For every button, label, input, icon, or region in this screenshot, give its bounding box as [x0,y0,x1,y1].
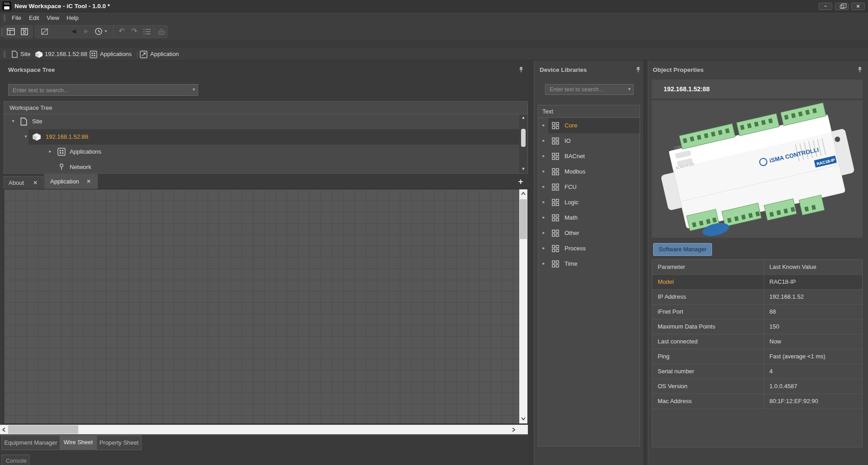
column-divider [764,349,764,364]
tree-row-applications[interactable]: ▸ Applications [4,145,527,160]
breadcrumb-applications[interactable]: Applications [100,48,132,61]
new-workspace-icon [7,28,15,35]
tab-equipment-manager[interactable]: Equipment Manager [1,435,60,450]
table-row-max-data-points[interactable]: Maximum Data Points 150 [652,319,862,334]
expander-closed-icon[interactable]: ▸ [541,245,546,250]
library-row-logic[interactable]: ▸ Logic [538,195,640,210]
scroll-right-icon[interactable] [512,427,515,432]
expander-closed-icon[interactable]: ▸ [541,169,546,174]
restore-button[interactable] [835,3,849,10]
canvas-vertical-scrollbar[interactable] [519,189,527,423]
library-row-io[interactable]: ▸ IO [538,133,640,149]
software-manager-button[interactable]: Software Manager [653,243,712,256]
tab-property-sheet[interactable]: Property Sheet [96,435,142,450]
library-row-fcu[interactable]: ▸ FCU [538,179,640,195]
canvas-horizontal-scrollbar[interactable] [0,425,528,434]
pin-icon[interactable] [518,66,524,73]
expander-closed-icon[interactable]: ▸ [541,230,546,235]
libraries-column-header[interactable]: Text [538,105,640,118]
table-row-ip-address[interactable]: IP Address 192.168.1.52 [652,290,862,305]
scroll-down-icon[interactable] [521,417,526,420]
scroll-down-icon[interactable]: ▼ [519,167,527,171]
scrollbar-thumb[interactable] [8,425,78,434]
tree-row-site[interactable]: ▾ Site [4,114,527,129]
library-label: IO [564,137,571,144]
scrollbar-thumb[interactable] [520,199,527,239]
tree-scrollbar[interactable]: ▲ ▼ [519,114,527,173]
close-tab-icon[interactable]: × [33,179,38,186]
edit-sheet-button[interactable] [39,26,51,37]
workspace-tree-column-header[interactable]: Workspace Tree [4,102,527,114]
library-row-math[interactable]: ▸ Math [538,210,640,225]
breadcrumb-separator [137,51,138,57]
tab-about[interactable]: About × [4,176,43,189]
table-row-last-connected[interactable]: Last connected Now [652,334,862,349]
expander-closed-icon[interactable]: ▸ [541,199,546,204]
breadcrumb-site[interactable]: Site [20,48,30,61]
chevron-down-icon[interactable]: ▾ [193,87,195,92]
expander-closed-icon[interactable]: ▸ [47,149,53,154]
library-row-time[interactable]: ▸ Time [538,256,640,272]
scroll-left-icon[interactable] [2,427,5,432]
library-row-process[interactable]: ▸ Process [538,241,640,256]
save-workspace-button[interactable] [19,26,30,37]
table-row-serial-number[interactable]: Serial number 4 [652,364,862,379]
new-workspace-button[interactable] [5,26,17,37]
tab-console[interactable]: Console [1,455,29,465]
menu-edit[interactable]: Edit [24,12,43,24]
pin-icon[interactable] [857,66,863,73]
device-libraries-search-input[interactable] [545,85,633,94]
app-window: TOOL New Workspace - iC Tool - 1.0.0 * –… [0,0,868,465]
expander-open-icon[interactable]: ▾ [10,118,16,123]
back-button[interactable]: ◀ [68,26,80,37]
close-tab-icon[interactable]: × [86,178,91,184]
scroll-up-icon[interactable] [521,192,526,195]
menu-file[interactable]: File [7,12,26,24]
library-row-bacnet[interactable]: ▸ BACnet [538,149,640,164]
wire-sheet-canvas[interactable] [4,189,528,424]
breadcrumb-application[interactable]: Application [150,48,179,61]
expander-open-icon[interactable]: ▾ [23,134,28,139]
expander-closed-icon[interactable]: ▸ [541,138,546,143]
redo-button[interactable]: ↷ [128,26,140,37]
param-label: Ping [658,353,669,360]
device-libraries-search[interactable]: ▾ [545,84,634,95]
table-row-mac-address[interactable]: Mac Address 80:1F:12:EF:92:90 [652,394,862,409]
menu-view[interactable]: View [42,12,64,24]
tab-application[interactable]: Application × [44,174,98,189]
history-button[interactable] [93,26,109,37]
device-button[interactable] [156,26,167,37]
library-row-modbus[interactable]: ▸ Modbus [538,164,640,179]
tab-wire-sheet[interactable]: Wire Sheet [60,435,96,450]
expander-closed-icon[interactable]: ▸ [541,184,546,189]
scrollbar-thumb[interactable] [521,129,526,147]
tree-row-device[interactable]: ▾ 192.168.1.52:88 [4,129,527,145]
undo-button[interactable]: ↶ [116,26,128,37]
close-button[interactable]: × [851,3,865,10]
table-row-ping[interactable]: Ping Fast (average <1 ms) [652,349,862,364]
table-row-os-version[interactable]: OS Version 1.0.0.4587 [652,379,862,394]
breadcrumb-device[interactable]: 192.168.1.52:88 [45,48,87,61]
col-header-parameter[interactable]: Parameter [658,263,685,270]
expander-closed-icon[interactable]: ▸ [541,215,546,220]
menu-help[interactable]: Help [62,12,83,24]
list-button[interactable] [141,26,153,37]
workspace-tree-search[interactable]: ▾ [8,84,198,96]
table-row-model[interactable]: Model RAC18-IP [652,275,862,290]
col-header-last-known-value[interactable]: Last Known Value [769,263,816,270]
history-icon [95,28,108,35]
tree-row-network[interactable]: Network [4,160,527,174]
workspace-tree-search-input[interactable] [9,85,198,95]
forward-button[interactable]: ▶ [81,26,92,37]
expander-closed-icon[interactable]: ▸ [541,153,546,158]
add-tab-button[interactable]: + [515,176,526,188]
library-row-other[interactable]: ▸ Other [538,225,640,241]
expander-closed-icon[interactable]: ▸ [541,261,546,266]
chevron-down-icon[interactable]: ▾ [628,86,631,91]
pin-icon[interactable] [636,66,641,73]
table-row-ifnet-port[interactable]: iFnet Port 88 [652,305,862,319]
minimize-button[interactable]: – [819,3,832,10]
scroll-up-icon[interactable]: ▲ [519,116,527,119]
library-row-core[interactable]: ▸ Core [538,118,640,133]
expander-closed-icon[interactable]: ▸ [541,122,546,127]
